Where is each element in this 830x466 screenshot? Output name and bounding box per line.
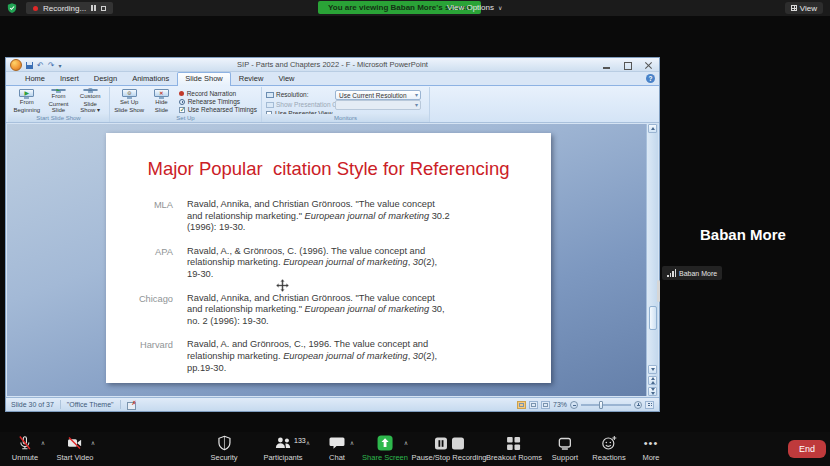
citation-style-label: Chicago (106, 293, 187, 328)
set-up-slide-show-button[interactable]: ⚙ Set Up Slide Show (114, 88, 144, 113)
pause-stop-recording-button[interactable]: Pause/Stop Recording (411, 435, 486, 462)
vertical-scrollbar[interactable] (646, 124, 658, 396)
more-dots-icon: ••• (644, 436, 659, 450)
tab-design[interactable]: Design (87, 73, 124, 85)
ribbon-group-start-slide-show: ▶ From Beginning ▶ From Current Slide ☰ … (8, 87, 110, 122)
participants-options-caret[interactable] (306, 439, 310, 446)
group-label-monitors: Monitors (262, 114, 429, 122)
security-shield-icon (216, 435, 232, 451)
citation-text: Ravald, Annika, and Christian Grönroos. … (187, 199, 451, 234)
normal-view-button[interactable] (517, 401, 526, 409)
active-speaker-name: Baban More (700, 226, 786, 243)
record-narration-button[interactable]: Record Narration (179, 90, 257, 97)
tab-animations[interactable]: Animations (125, 73, 176, 85)
screen: Recording... You are viewing Baban More'… (0, 0, 830, 466)
monitor-small-icon (266, 102, 274, 108)
slide-show-view-button[interactable] (541, 401, 550, 409)
recording-indicator: Recording... (26, 2, 113, 14)
chat-bubble-icon (329, 435, 345, 451)
minimize-button[interactable] (602, 61, 611, 70)
start-video-button[interactable]: Start Video (57, 435, 94, 462)
window-title-bar[interactable]: ▾ SIP - Parts and Chapters 2022 - F - Mi… (6, 58, 659, 72)
restore-button[interactable] (623, 61, 632, 70)
recording-label: Recording... (43, 4, 86, 13)
stop-recording-icon (451, 437, 464, 450)
recording-dot-icon (33, 6, 38, 11)
citation-list: MLARavald, Annika, and Christian Grönroo… (106, 199, 537, 386)
chat-options-caret[interactable] (350, 439, 354, 446)
fit-to-window-button[interactable] (645, 401, 654, 409)
reactions-smiley-icon (601, 435, 617, 451)
window-title: SIP - Parts and Chapters 2022 - F - Micr… (6, 58, 659, 72)
scroll-down-button[interactable] (648, 365, 657, 374)
unmute-options-caret[interactable] (41, 439, 45, 446)
monitor-play-icon: ▶ (19, 89, 34, 97)
group-label-start-slide-show: Start Slide Show (8, 114, 109, 122)
view-options-dropdown[interactable]: View Options (447, 2, 502, 14)
share-screen-button[interactable]: Share Screen (362, 435, 408, 462)
participants-count: 133 (294, 437, 306, 444)
participants-button[interactable]: 133 Participants (263, 435, 302, 462)
stop-recording-button[interactable] (101, 6, 106, 11)
speaker-thumbnail-label: Baban More (662, 266, 722, 280)
from-current-slide-button[interactable]: ▶ From Current Slide (44, 88, 74, 113)
close-button[interactable] (644, 61, 653, 70)
monitor-small-icon (266, 92, 274, 98)
citation-style-label: MLA (106, 199, 187, 234)
encryption-shield-icon (6, 2, 18, 14)
share-options-caret[interactable] (404, 439, 408, 446)
end-button[interactable]: End (788, 440, 826, 458)
pause-recording-icon (434, 437, 447, 450)
show-presentation-on-row: Show Presentation On: (266, 100, 421, 109)
monitor-current-icon: ▶ (51, 89, 66, 91)
monitor-setup-icon: ⚙ (122, 89, 137, 97)
monitor-list-icon: ☰ (83, 89, 98, 91)
scrollbar-thumb[interactable] (649, 306, 657, 330)
zoom-toolbar: Unmute Start Video Security (0, 432, 830, 466)
zoom-slider[interactable] (581, 404, 631, 406)
more-button[interactable]: ••• More (642, 435, 659, 462)
slide-sorter-view-button[interactable] (529, 401, 538, 409)
support-button[interactable]: Support (552, 435, 578, 462)
tab-slide-show[interactable]: Slide Show (177, 72, 231, 86)
view-button[interactable]: View (785, 2, 823, 14)
zoom-in-button[interactable] (634, 401, 642, 409)
support-screen-icon (557, 436, 573, 451)
use-rehearsed-timings-checkbox[interactable]: Use Rehearsed Timings (179, 106, 257, 113)
resolution-dropdown[interactable]: Use Current Resolution (335, 90, 421, 100)
slide-show-ribbon: ▶ From Beginning ▶ From Current Slide ☰ … (6, 86, 659, 123)
citation-entry-mla: MLARavald, Annika, and Christian Grönroo… (106, 199, 537, 234)
reactions-button[interactable]: Reactions (592, 435, 625, 462)
checkbox-checked-icon (179, 107, 185, 113)
unmute-button[interactable]: Unmute (12, 435, 38, 462)
citation-entry-harvard: HarvardRavald, A. and Grönroos, C., 1996… (106, 339, 537, 374)
spell-check-icon[interactable] (127, 401, 136, 409)
zoom-top-bar: Recording... You are viewing Baban More'… (0, 0, 830, 16)
resolution-row: Resolution: Use Current Resolution (266, 90, 421, 99)
zoom-level: 73% (553, 401, 567, 408)
slide-canvas[interactable]: Major Popular citation Style for Referen… (106, 133, 551, 383)
tab-view[interactable]: View (271, 73, 301, 85)
show-presentation-on-dropdown (335, 100, 421, 110)
breakout-rooms-button[interactable]: Breakout Rooms (486, 435, 542, 462)
tab-review[interactable]: Review (232, 73, 271, 85)
share-screen-icon (377, 435, 393, 451)
chat-button[interactable]: Chat (329, 435, 345, 462)
rehearse-timings-button[interactable]: Rehearse Timings (179, 98, 257, 105)
zoom-out-button[interactable] (570, 401, 578, 409)
help-icon[interactable] (646, 74, 655, 83)
video-options-caret[interactable] (91, 439, 95, 446)
next-slide-button[interactable] (648, 387, 657, 396)
record-icon (179, 91, 184, 96)
hide-slide-button[interactable]: ✕ Hide Slide (146, 88, 176, 113)
previous-slide-button[interactable] (648, 376, 657, 385)
zoom-slider-handle[interactable] (599, 401, 603, 409)
security-button[interactable]: Security (210, 435, 237, 462)
custom-slide-show-button[interactable]: ☰ Custom Slide Show ▾ (75, 88, 105, 113)
tab-insert[interactable]: Insert (53, 73, 86, 85)
view-button-label: View (800, 4, 817, 13)
pause-recording-button[interactable] (91, 5, 96, 11)
scroll-up-button[interactable] (648, 124, 657, 133)
tab-home[interactable]: Home (18, 73, 52, 85)
from-beginning-button[interactable]: ▶ From Beginning (12, 88, 42, 113)
